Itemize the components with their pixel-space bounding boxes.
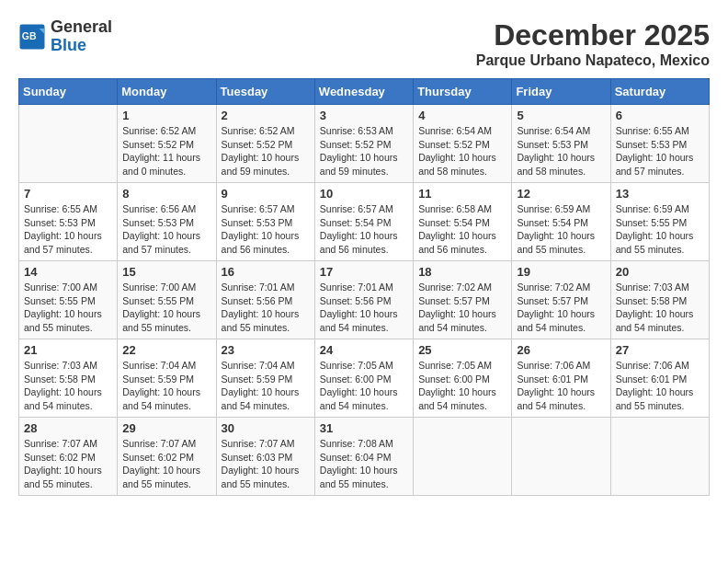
logo-text: General Blue <box>51 18 112 55</box>
header-sunday: Sunday <box>19 79 118 105</box>
day-number: 20 <box>616 265 704 279</box>
day-info: Sunrise: 7:07 AM Sunset: 6:03 PM Dayligh… <box>222 437 310 491</box>
location-title: Parque Urbano Napateco, Mexico <box>476 52 710 69</box>
calendar-cell: 4Sunrise: 6:54 AM Sunset: 5:52 PM Daylig… <box>414 105 512 183</box>
month-title: December 2025 <box>476 18 710 52</box>
calendar-week-row: 28Sunrise: 7:07 AM Sunset: 6:02 PM Dayli… <box>19 418 710 496</box>
calendar-header-row: SundayMondayTuesdayWednesdayThursdayFrid… <box>19 79 710 105</box>
calendar-cell: 14Sunrise: 7:00 AM Sunset: 5:55 PM Dayli… <box>19 261 118 339</box>
day-info: Sunrise: 7:03 AM Sunset: 5:58 PM Dayligh… <box>616 281 704 335</box>
day-info: Sunrise: 7:01 AM Sunset: 5:56 PM Dayligh… <box>320 281 408 335</box>
calendar-cell: 2Sunrise: 6:52 AM Sunset: 5:52 PM Daylig… <box>216 105 314 183</box>
day-info: Sunrise: 7:06 AM Sunset: 6:01 PM Dayligh… <box>616 359 704 413</box>
day-info: Sunrise: 6:55 AM Sunset: 5:53 PM Dayligh… <box>24 202 112 257</box>
calendar-week-row: 7Sunrise: 6:55 AM Sunset: 5:53 PM Daylig… <box>19 183 710 261</box>
calendar-cell: 10Sunrise: 6:57 AM Sunset: 5:54 PM Dayli… <box>314 183 413 261</box>
header-saturday: Saturday <box>610 79 709 105</box>
calendar-cell: 7Sunrise: 6:55 AM Sunset: 5:53 PM Daylig… <box>19 183 118 261</box>
day-number: 11 <box>418 187 506 201</box>
header-monday: Monday <box>118 79 216 105</box>
day-number: 29 <box>122 421 210 435</box>
header-thursday: Thursday <box>414 79 512 105</box>
day-info: Sunrise: 6:57 AM Sunset: 5:54 PM Dayligh… <box>320 202 408 257</box>
day-info: Sunrise: 6:54 AM Sunset: 5:52 PM Dayligh… <box>418 124 506 178</box>
day-info: Sunrise: 7:04 AM Sunset: 5:59 PM Dayligh… <box>122 359 210 413</box>
logo-blue: Blue <box>51 37 112 55</box>
calendar-week-row: 14Sunrise: 7:00 AM Sunset: 5:55 PM Dayli… <box>19 261 710 339</box>
day-number: 4 <box>418 109 506 122</box>
day-number: 27 <box>616 343 704 357</box>
calendar-cell <box>610 418 709 496</box>
day-info: Sunrise: 7:06 AM Sunset: 6:01 PM Dayligh… <box>517 359 605 413</box>
day-number: 25 <box>418 343 506 357</box>
logo: GB General Blue <box>18 18 112 55</box>
day-info: Sunrise: 7:00 AM Sunset: 5:55 PM Dayligh… <box>122 281 210 335</box>
day-info: Sunrise: 7:01 AM Sunset: 5:56 PM Dayligh… <box>222 281 310 335</box>
day-info: Sunrise: 7:08 AM Sunset: 6:04 PM Dayligh… <box>320 437 408 491</box>
day-info: Sunrise: 7:07 AM Sunset: 6:02 PM Dayligh… <box>122 437 210 491</box>
day-info: Sunrise: 6:57 AM Sunset: 5:53 PM Dayligh… <box>222 202 310 257</box>
calendar-cell: 6Sunrise: 6:55 AM Sunset: 5:53 PM Daylig… <box>610 105 709 183</box>
calendar-cell: 27Sunrise: 7:06 AM Sunset: 6:01 PM Dayli… <box>610 339 709 418</box>
calendar-week-row: 21Sunrise: 7:03 AM Sunset: 5:58 PM Dayli… <box>19 339 710 418</box>
day-info: Sunrise: 7:04 AM Sunset: 5:59 PM Dayligh… <box>222 359 310 413</box>
day-info: Sunrise: 6:58 AM Sunset: 5:54 PM Dayligh… <box>418 202 506 257</box>
day-number: 24 <box>320 343 408 357</box>
day-number: 7 <box>24 187 112 201</box>
day-number: 6 <box>616 109 704 122</box>
calendar-cell: 12Sunrise: 6:59 AM Sunset: 5:54 PM Dayli… <box>512 183 610 261</box>
day-number: 26 <box>517 343 605 357</box>
day-info: Sunrise: 6:59 AM Sunset: 5:54 PM Dayligh… <box>517 202 605 257</box>
day-number: 18 <box>418 265 506 279</box>
day-info: Sunrise: 7:00 AM Sunset: 5:55 PM Dayligh… <box>24 281 112 335</box>
title-area: December 2025 Parque Urbano Napateco, Me… <box>476 18 710 69</box>
calendar-cell: 1Sunrise: 6:52 AM Sunset: 5:52 PM Daylig… <box>118 105 216 183</box>
day-number: 16 <box>222 265 310 279</box>
calendar-cell: 15Sunrise: 7:00 AM Sunset: 5:55 PM Dayli… <box>118 261 216 339</box>
calendar-cell: 8Sunrise: 6:56 AM Sunset: 5:53 PM Daylig… <box>118 183 216 261</box>
day-number: 3 <box>320 109 408 122</box>
day-number: 12 <box>517 187 605 201</box>
day-info: Sunrise: 7:05 AM Sunset: 6:00 PM Dayligh… <box>418 359 506 413</box>
calendar-cell: 3Sunrise: 6:53 AM Sunset: 5:52 PM Daylig… <box>314 105 413 183</box>
calendar-cell: 13Sunrise: 6:59 AM Sunset: 5:55 PM Dayli… <box>610 183 709 261</box>
day-info: Sunrise: 7:03 AM Sunset: 5:58 PM Dayligh… <box>24 359 112 413</box>
day-info: Sunrise: 7:07 AM Sunset: 6:02 PM Dayligh… <box>24 437 112 491</box>
day-number: 13 <box>616 187 704 201</box>
calendar-cell: 23Sunrise: 7:04 AM Sunset: 5:59 PM Dayli… <box>216 339 314 418</box>
header-wednesday: Wednesday <box>314 79 413 105</box>
day-info: Sunrise: 6:55 AM Sunset: 5:53 PM Dayligh… <box>616 124 704 178</box>
calendar-cell: 21Sunrise: 7:03 AM Sunset: 5:58 PM Dayli… <box>19 339 118 418</box>
day-info: Sunrise: 6:59 AM Sunset: 5:55 PM Dayligh… <box>616 202 704 257</box>
calendar-cell: 11Sunrise: 6:58 AM Sunset: 5:54 PM Dayli… <box>414 183 512 261</box>
calendar-cell <box>19 105 118 183</box>
day-info: Sunrise: 6:52 AM Sunset: 5:52 PM Dayligh… <box>222 124 310 178</box>
calendar-cell: 28Sunrise: 7:07 AM Sunset: 6:02 PM Dayli… <box>19 418 118 496</box>
day-info: Sunrise: 6:54 AM Sunset: 5:53 PM Dayligh… <box>517 124 605 178</box>
calendar-cell: 16Sunrise: 7:01 AM Sunset: 5:56 PM Dayli… <box>216 261 314 339</box>
day-number: 28 <box>24 421 112 435</box>
day-number: 2 <box>222 109 310 122</box>
calendar-cell <box>512 418 610 496</box>
calendar-cell: 22Sunrise: 7:04 AM Sunset: 5:59 PM Dayli… <box>118 339 216 418</box>
calendar-cell: 29Sunrise: 7:07 AM Sunset: 6:02 PM Dayli… <box>118 418 216 496</box>
page-header: GB General Blue December 2025 Parque Urb… <box>18 18 710 69</box>
day-info: Sunrise: 6:52 AM Sunset: 5:52 PM Dayligh… <box>122 124 210 178</box>
day-number: 10 <box>320 187 408 201</box>
day-number: 23 <box>222 343 310 357</box>
day-info: Sunrise: 7:05 AM Sunset: 6:00 PM Dayligh… <box>320 359 408 413</box>
svg-text:GB: GB <box>22 30 37 41</box>
calendar-cell: 17Sunrise: 7:01 AM Sunset: 5:56 PM Dayli… <box>314 261 413 339</box>
day-info: Sunrise: 7:02 AM Sunset: 5:57 PM Dayligh… <box>517 281 605 335</box>
day-number: 19 <box>517 265 605 279</box>
day-info: Sunrise: 6:53 AM Sunset: 5:52 PM Dayligh… <box>320 124 408 178</box>
calendar-cell: 30Sunrise: 7:07 AM Sunset: 6:03 PM Dayli… <box>216 418 314 496</box>
day-number: 14 <box>24 265 112 279</box>
calendar-week-row: 1Sunrise: 6:52 AM Sunset: 5:52 PM Daylig… <box>19 105 710 183</box>
calendar-cell: 19Sunrise: 7:02 AM Sunset: 5:57 PM Dayli… <box>512 261 610 339</box>
calendar-cell: 5Sunrise: 6:54 AM Sunset: 5:53 PM Daylig… <box>512 105 610 183</box>
logo-general: General <box>51 18 112 37</box>
day-number: 21 <box>24 343 112 357</box>
day-number: 22 <box>122 343 210 357</box>
day-number: 9 <box>222 187 310 201</box>
